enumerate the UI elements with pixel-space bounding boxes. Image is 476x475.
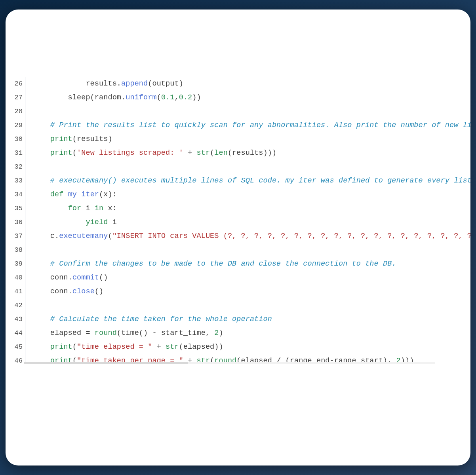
code-token: (	[72, 343, 77, 351]
line-number: 42	[13, 298, 25, 312]
code-content[interactable]: def my_iter(x):	[32, 188, 117, 201]
code-token	[63, 190, 68, 199]
code-token: ()	[95, 287, 103, 296]
code-token: 0.2	[179, 93, 192, 102]
code-content[interactable]: conn.commit()	[32, 271, 108, 285]
code-content[interactable]: print('New listings scraped: ' + str(len…	[32, 146, 276, 160]
line-number: 28	[13, 104, 25, 118]
code-token: 0.1	[161, 93, 175, 102]
code-token: ()	[99, 274, 108, 282]
code-line[interactable]: 32	[13, 160, 470, 174]
code-line[interactable]: 43 # Calculate the time taken for the wh…	[13, 312, 470, 326]
code-token: str	[196, 149, 210, 157]
code-line[interactable]: 31 print('New listings scraped: ' + str(…	[13, 146, 470, 160]
code-token: results.	[32, 80, 121, 88]
code-content[interactable]: print("time elapsed = " + str(elapsed))	[32, 340, 223, 354]
code-line[interactable]: 30 print(results)	[13, 132, 470, 146]
code-token: close	[72, 287, 95, 296]
code-token: print	[50, 343, 72, 351]
code-line[interactable]: 46 print("time taken per page = " + str(…	[13, 354, 470, 363]
code-card: 26 results.append(output)27 sleep(random…	[6, 10, 470, 466]
code-content[interactable]: print("time taken per page = " + str(rou…	[32, 354, 414, 363]
code-content[interactable]: yield i	[32, 215, 117, 229]
code-token: (	[157, 93, 161, 102]
scrollbar-thumb[interactable]	[24, 362, 188, 364]
code-editor[interactable]: 26 results.append(output)27 sleep(random…	[13, 77, 470, 363]
code-token: 'New listings scraped: '	[77, 149, 183, 157]
code-token: round	[95, 329, 117, 337]
code-token	[32, 149, 50, 157]
code-content[interactable]: conn.close()	[32, 285, 103, 298]
code-token: # executemany() executes multiple lines …	[50, 177, 470, 185]
code-token: "time elapsed = "	[77, 343, 152, 351]
code-line[interactable]: 29 # Print the results list to quickly s…	[13, 118, 470, 132]
code-token: (output)	[148, 80, 183, 88]
code-content[interactable]: # Print the results list to quickly scan…	[32, 118, 470, 132]
code-token: (x):	[99, 190, 117, 199]
line-number: 31	[13, 146, 25, 160]
code-token: my_iter	[68, 190, 99, 199]
code-token: "INSERT INTO cars VALUES (?, ?, ?, ?, ?,…	[112, 232, 470, 240]
code-token: append	[121, 80, 148, 88]
code-line[interactable]: 28	[13, 104, 470, 118]
code-token	[32, 260, 50, 268]
code-token	[32, 177, 50, 185]
code-line[interactable]: 40 conn.commit()	[13, 271, 470, 285]
code-token: # Calculate the time taken for the whole…	[50, 315, 272, 323]
code-line[interactable]: 35 for i in x:	[13, 201, 470, 215]
code-token: (time() - start_time,	[117, 329, 214, 337]
code-line[interactable]: 27 sleep(random.uniform(0.1,0.2))	[13, 91, 470, 104]
code-token: (results)	[72, 135, 112, 143]
line-number: 36	[13, 215, 25, 229]
code-token: ,	[174, 93, 179, 102]
code-content[interactable]: print(results)	[32, 132, 112, 146]
code-token: len	[214, 149, 228, 157]
code-line[interactable]: 45 print("time elapsed = " + str(elapsed…	[13, 340, 470, 354]
code-token: commit	[72, 274, 99, 282]
code-content[interactable]: elapsed = round(time() - start_time, 2)	[32, 326, 223, 340]
code-content[interactable]: sleep(random.uniform(0.1,0.2))	[32, 91, 201, 104]
code-line[interactable]: 26 results.append(output)	[13, 77, 470, 91]
code-line[interactable]: 41 conn.close()	[13, 285, 470, 298]
line-number: 27	[13, 91, 25, 104]
code-line[interactable]: 37 c.executemany("INSERT INTO cars VALUE…	[13, 229, 470, 243]
code-token: elapsed =	[32, 329, 95, 337]
line-number: 40	[13, 271, 25, 285]
code-token: executemany	[59, 232, 108, 240]
code-token: c.	[32, 232, 59, 240]
code-content[interactable]: # Calculate the time taken for the whole…	[32, 312, 272, 326]
code-token: x:	[103, 204, 117, 213]
code-token	[32, 343, 50, 351]
code-token: (	[210, 149, 214, 157]
code-line[interactable]: 34 def my_iter(x):	[13, 188, 470, 201]
code-content[interactable]: c.executemany("INSERT INTO cars VALUES (…	[32, 229, 470, 243]
code-token	[32, 204, 68, 213]
code-token	[32, 121, 50, 129]
code-token: i	[81, 204, 95, 213]
code-content[interactable]: for i in x:	[32, 201, 117, 215]
horizontal-scrollbar[interactable]	[24, 362, 435, 364]
code-token: conn.	[32, 287, 72, 296]
code-token: str	[166, 343, 179, 351]
line-number: 29	[13, 118, 25, 132]
code-token: i	[108, 218, 116, 226]
code-line[interactable]: 36 yield i	[13, 215, 470, 229]
code-line[interactable]: 33 # executemany() executes multiple lin…	[13, 174, 470, 188]
code-line[interactable]: 44 elapsed = round(time() - start_time, …	[13, 326, 470, 340]
code-line[interactable]: 39 # Confirm the changes to be made to t…	[13, 257, 470, 271]
code-token: (	[72, 149, 77, 157]
code-content[interactable]: results.append(output)	[32, 77, 183, 91]
code-token: # Print the results list to quickly scan…	[50, 121, 470, 129]
line-number: 38	[13, 243, 25, 257]
code-token: sleep(random.	[32, 93, 126, 102]
code-token	[32, 190, 50, 199]
code-line[interactable]: 38	[13, 243, 470, 257]
line-number: 35	[13, 201, 25, 215]
code-content[interactable]: # executemany() executes multiple lines …	[32, 174, 470, 188]
code-token: in	[95, 204, 103, 213]
code-content[interactable]: # Confirm the changes to be made to the …	[32, 257, 396, 271]
code-line[interactable]: 42	[13, 298, 470, 312]
line-number: 34	[13, 188, 25, 201]
code-token: for	[68, 204, 82, 213]
code-token: def	[50, 190, 64, 199]
